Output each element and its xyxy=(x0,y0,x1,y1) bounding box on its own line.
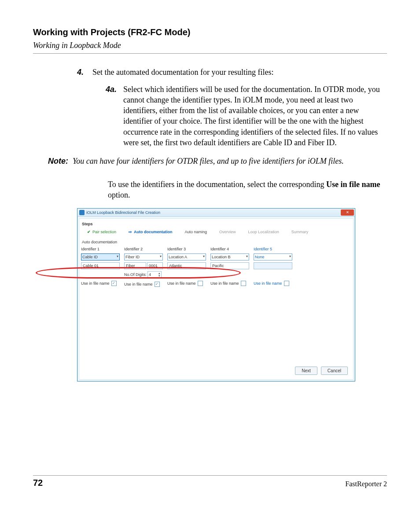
next-button[interactable]: Next xyxy=(295,367,317,375)
identifier-5-combo[interactable]: None ▾ xyxy=(254,253,292,261)
identifier-2-label: Identifier 2 xyxy=(124,246,163,252)
autodoc-section-label: Auto documentation xyxy=(82,239,351,245)
identifier-4-label: Identifier 4 xyxy=(210,246,249,252)
wizard-steps: ✔ Pair selection ⇨ Auto documentation Au… xyxy=(81,228,351,235)
paragraph: To use the identifiers in the documentat… xyxy=(108,179,387,201)
dialog-window: iOLM Loopback Bidirectional File Creatio… xyxy=(77,208,355,382)
identifier-2-combo[interactable]: Fiber ID ▾ xyxy=(124,253,163,261)
para-pre: To use the identifiers in the documentat… xyxy=(108,180,326,189)
substep-text: Select which identifiers will be used fo… xyxy=(123,84,387,148)
identifier-5-label: Identifier 5 xyxy=(254,246,292,252)
identifier-1-value[interactable]: Cable 01 xyxy=(81,262,120,269)
dialog-blank-area xyxy=(81,287,351,364)
step-number: 4. xyxy=(33,67,92,148)
checkbox-icon[interactable] xyxy=(241,281,246,286)
spinner-arrows-icon: ▴▾ xyxy=(158,272,160,277)
page-footer: 72 FastReporter 2 xyxy=(33,477,387,489)
identifier-1-usefilename[interactable]: Use in file name xyxy=(81,281,120,286)
identifier-5: Identifier 5 None ▾ Use in file name xyxy=(254,246,292,287)
para-post: option. xyxy=(108,191,130,199)
chevron-down-icon: ▾ xyxy=(289,254,291,259)
chevron-down-icon: ▾ xyxy=(117,254,118,259)
dialog-title: iOLM Loopback Bidirectional File Creatio… xyxy=(86,210,160,215)
tab-pair-selection[interactable]: ✔ Pair selection xyxy=(81,228,122,235)
identifier-4-usefilename[interactable]: Use in file name xyxy=(210,281,249,286)
step-4: 4. Set the automated documentation for y… xyxy=(33,67,387,148)
tab-auto-naming[interactable]: Auto naming xyxy=(179,228,214,235)
tab-auto-documentation[interactable]: ⇨ Auto documentation xyxy=(122,228,179,235)
dialog-footer: Next Cancel xyxy=(81,364,351,378)
close-button[interactable]: ✕ xyxy=(341,209,354,216)
chapter-title: Working with Projects (FR2-FC Mode) xyxy=(33,26,387,38)
note-text: You can have four identifiers for OTDR f… xyxy=(73,156,387,166)
identifier-2: Identifier 2 Fiber ID ▾ Fiber 0001 No.Of… xyxy=(124,246,163,287)
chevron-down-icon: ▾ xyxy=(160,254,162,259)
checkbox-icon[interactable] xyxy=(111,281,117,286)
identifier-5-value[interactable] xyxy=(254,262,292,269)
product-name: FastReporter 2 xyxy=(345,479,387,489)
arrow-icon: ⇨ xyxy=(129,229,132,235)
identifier-5-usefilename[interactable]: Use in file name xyxy=(254,281,292,286)
identifier-3-value[interactable]: Atlantic xyxy=(167,262,206,269)
identifier-2-value2[interactable]: 0001 xyxy=(147,262,163,269)
dialog-titlebar: iOLM Loopback Bidirectional File Creatio… xyxy=(77,209,355,217)
tab-summary[interactable]: Summary xyxy=(285,228,315,235)
footer-divider xyxy=(33,475,387,476)
checkbox-icon[interactable] xyxy=(155,282,160,287)
identifier-2-value[interactable]: Fiber xyxy=(124,262,146,269)
identifier-1-combo[interactable]: Cable ID ▾ xyxy=(81,253,120,261)
cancel-button[interactable]: Cancel xyxy=(321,367,348,375)
identifier-row: Identifier 1 Cable ID ▾ Cable 01 Use in … xyxy=(81,246,351,287)
checkbox-icon[interactable] xyxy=(284,281,289,286)
identifier-1: Identifier 1 Cable ID ▾ Cable 01 Use in … xyxy=(81,246,120,287)
identifier-3-usefilename[interactable]: Use in file name xyxy=(167,281,206,286)
identifier-4-combo[interactable]: Location B ▾ xyxy=(210,253,249,261)
para-bold: Use in file name xyxy=(326,180,380,189)
checkbox-icon[interactable] xyxy=(198,281,203,286)
digits-label: No.Of Digits: xyxy=(124,272,147,277)
tab-overview[interactable]: Overview xyxy=(213,228,242,235)
identifier-3: Identifier 3 Location A ▾ Atlantic Use i… xyxy=(167,246,206,287)
digits-spinner[interactable]: 4 ▴▾ xyxy=(147,271,162,278)
identifier-4: Identifier 4 Location B ▾ Pacific Use in… xyxy=(210,246,249,287)
app-icon xyxy=(79,210,85,215)
section-title: Working in Loopback Mode xyxy=(33,40,387,51)
step-text: Set the automated documentation for your… xyxy=(92,68,273,77)
chevron-down-icon: ▾ xyxy=(203,254,205,259)
substep-number: 4a. xyxy=(92,84,123,148)
tab-loop-localization[interactable]: Loop Localization xyxy=(242,228,285,235)
substep-4a: 4a. Select which identifiers will be use… xyxy=(92,84,387,148)
chevron-down-icon: ▾ xyxy=(246,254,248,259)
identifier-2-usefilename[interactable]: Use in file name xyxy=(124,282,163,287)
note-block: Note: You can have four identifiers for … xyxy=(33,156,387,166)
page-number: 72 xyxy=(33,477,43,489)
check-icon: ✔ xyxy=(87,229,91,235)
steps-heading: Steps xyxy=(82,221,351,227)
header-divider xyxy=(33,53,387,54)
identifier-1-label: Identifier 1 xyxy=(81,246,120,252)
identifier-4-value[interactable]: Pacific xyxy=(210,262,249,269)
identifier-3-label: Identifier 3 xyxy=(167,246,206,252)
identifier-3-combo[interactable]: Location A ▾ xyxy=(167,253,206,261)
note-label: Note: xyxy=(33,156,73,166)
